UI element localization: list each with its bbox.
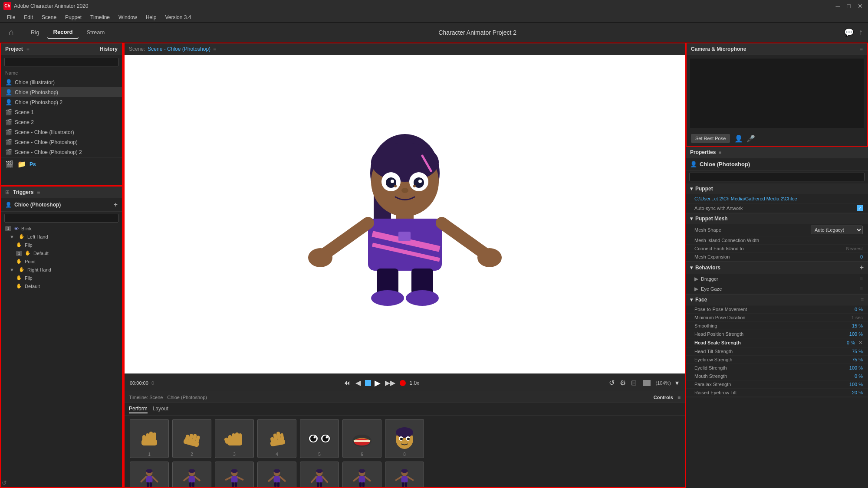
new-scene-icon[interactable]: 🎬 <box>5 160 14 168</box>
trigger-item-flip[interactable]: ✋ Flip <box>1 241 122 249</box>
tab-perform[interactable]: Perform <box>129 405 148 413</box>
dragger-menu-icon[interactable]: ≡ <box>860 276 863 282</box>
trigger-thumb-1[interactable]: 1 <box>130 419 169 458</box>
properties-search-input[interactable] <box>689 173 865 181</box>
microphone-icon[interactable]: 🎤 <box>746 134 755 143</box>
step-back-button[interactable]: ◀ <box>355 378 362 388</box>
ps-icon[interactable]: Ps <box>30 161 36 167</box>
triggers-menu-icon[interactable]: ≡ <box>37 189 40 195</box>
face-section-header[interactable]: ▾ Face ≡ <box>686 295 868 305</box>
project-item-scene-chloe-photoshop2[interactable]: 🎬 Scene - Chloe (Photoshop) 2 <box>1 147 122 157</box>
webcam-icon[interactable]: 👤 <box>734 134 743 143</box>
stop-button[interactable] <box>365 380 371 386</box>
menu-help[interactable]: Help <box>142 13 160 21</box>
project-item-chloe-photoshop2[interactable]: 👤 Chloe (Photoshop) 2 <box>1 97 122 107</box>
trigger-item-point[interactable]: ✋ Point <box>1 257 122 265</box>
project-item-scene1[interactable]: 🎬 Scene 1 <box>1 107 122 117</box>
file-path-link[interactable]: C:\User...ct 2\Ch Media\Gathered Media 2… <box>694 196 797 201</box>
eyes-thumb-icon <box>306 426 332 452</box>
trigger-thumb-puppet-3[interactable] <box>215 462 254 487</box>
controls-menu-icon[interactable]: ≡ <box>677 394 681 400</box>
play-button[interactable]: ▶ <box>375 378 381 388</box>
menu-window[interactable]: Window <box>115 13 141 21</box>
trigger-thumb-4[interactable]: 4 <box>257 419 296 458</box>
trigger-item-label: Left Hand <box>27 234 48 239</box>
minimize-button[interactable]: ─ <box>834 3 842 10</box>
menu-timeline[interactable]: Timeline <box>87 13 113 21</box>
trigger-thumb-2[interactable]: 2 <box>172 419 211 458</box>
project-item-scene-chloe-illustrator[interactable]: 🎬 Scene - Chloe (Illustrator) <box>1 127 122 137</box>
triggers-add-button[interactable]: + <box>114 201 118 209</box>
eye-gaze-menu-icon[interactable]: ≡ <box>860 286 863 292</box>
trigger-item-right-hand[interactable]: ▼ ✋ Right Hand <box>1 265 122 274</box>
project-item-chloe-illustrator[interactable]: 👤 Chloe (Illustrator) <box>1 77 122 87</box>
menu-puppet[interactable]: Puppet <box>62 13 85 21</box>
menu-scene[interactable]: Scene <box>38 13 60 21</box>
puppet-section-header[interactable]: ▾ Puppet <box>686 183 868 194</box>
maximize-button[interactable]: □ <box>845 3 852 10</box>
folder-icon[interactable]: 📁 <box>17 160 26 168</box>
go-to-start-button[interactable]: ⏮ <box>342 378 351 388</box>
smoothing-row: Smoothing 15 % <box>686 322 868 330</box>
trigger-thumb-puppet-1[interactable] <box>130 462 169 487</box>
close-button[interactable]: ✕ <box>856 3 865 10</box>
chevron-down-icon: ▾ <box>690 297 693 303</box>
head-scale-close-button[interactable]: ✕ <box>858 340 863 346</box>
tab-record[interactable]: Record <box>47 26 79 39</box>
viewport-color-swatch[interactable] <box>643 380 651 386</box>
project-search-input[interactable] <box>4 58 118 66</box>
share-icon[interactable]: ↑ <box>859 28 863 37</box>
project-item-chloe-photoshop[interactable]: 👤 Chloe (Photoshop) <box>1 87 122 97</box>
auto-sync-checkbox[interactable]: ✓ <box>857 205 863 211</box>
chat-icon[interactable]: 💬 <box>844 28 854 37</box>
trigger-item-default[interactable]: 1 ✋ Default <box>1 249 122 257</box>
tab-stream[interactable]: Stream <box>80 26 111 38</box>
trigger-thumb-puppet-4[interactable] <box>257 462 296 487</box>
app-icon: Ch <box>3 2 11 10</box>
trigger-item-right-default[interactable]: ✋ Default <box>1 282 122 290</box>
settings-button[interactable]: ⚙ <box>619 378 627 388</box>
puppet-mesh-section-header[interactable]: ▾ Puppet Mesh <box>686 213 868 224</box>
trigger-thumb-6[interactable]: 6 <box>342 419 381 458</box>
triggers-search-input[interactable] <box>4 214 118 223</box>
crop-button[interactable]: ⊡ <box>630 378 638 388</box>
scene-menu-icon[interactable]: ≡ <box>213 46 216 52</box>
behavior-item-eye-gaze[interactable]: ▶ Eye Gaze ≡ <box>686 284 868 294</box>
mesh-shape-select[interactable]: Auto (Legacy) <box>811 226 863 234</box>
camera-menu-icon[interactable]: ≡ <box>860 46 863 52</box>
left-panel: Project ≡ History Name 👤 Chloe (Illustra… <box>0 43 124 488</box>
trigger-thumb-5[interactable]: 5 <box>300 419 339 458</box>
menu-edit[interactable]: Edit <box>20 13 36 21</box>
trigger-thumb-puppet-5[interactable] <box>300 462 339 487</box>
record-button[interactable] <box>400 380 406 386</box>
project-item-scene2[interactable]: 🎬 Scene 2 <box>1 117 122 127</box>
menu-file[interactable]: File <box>3 13 19 21</box>
loop-button[interactable]: ↺ <box>608 378 615 388</box>
zoom-chevron[interactable]: ▾ <box>674 378 680 388</box>
scene-link[interactable]: Scene - Chloe (Photoshop) <box>148 46 210 52</box>
hand-thumb-icon <box>264 426 290 452</box>
pose-to-pose-value: 0 % <box>843 307 863 312</box>
behavior-item-dragger[interactable]: ▶ Dragger ≡ <box>686 274 868 284</box>
step-forward-button[interactable]: ▶▶ <box>384 378 396 388</box>
home-button[interactable]: ⌂ <box>5 26 17 39</box>
trigger-thumb-8[interactable]: 8 <box>385 419 424 458</box>
trigger-thumb-3[interactable]: 3 <box>215 419 254 458</box>
tab-layout[interactable]: Layout <box>153 405 168 413</box>
properties-menu-icon[interactable]: ≡ <box>718 149 721 155</box>
history-tab[interactable]: History <box>100 46 118 52</box>
trigger-item-left-hand[interactable]: ▼ ✋ Left Hand <box>1 233 122 241</box>
set-rest-pose-button[interactable]: Set Rest Pose <box>691 134 730 143</box>
tab-rig[interactable]: Rig <box>25 26 46 38</box>
trigger-thumb-puppet-7[interactable] <box>385 462 424 487</box>
trigger-item-right-flip[interactable]: ✋ Flip <box>1 274 122 282</box>
trigger-thumb-puppet-6[interactable] <box>342 462 381 487</box>
trigger-item-blink[interactable]: 1 👁 Blink <box>1 225 122 233</box>
add-behavior-button[interactable]: + <box>860 264 864 272</box>
project-item-name: Scene - Chloe (Illustrator) <box>15 129 74 135</box>
face-menu-icon[interactable]: ≡ <box>861 297 864 303</box>
behaviors-section-header[interactable]: ▾ Behaviors + <box>686 262 868 274</box>
project-panel-menu-icon[interactable]: ≡ <box>26 46 30 52</box>
project-item-scene-chloe-photoshop[interactable]: 🎬 Scene - Chloe (Photoshop) <box>1 137 122 147</box>
trigger-thumb-puppet-2[interactable] <box>172 462 211 487</box>
